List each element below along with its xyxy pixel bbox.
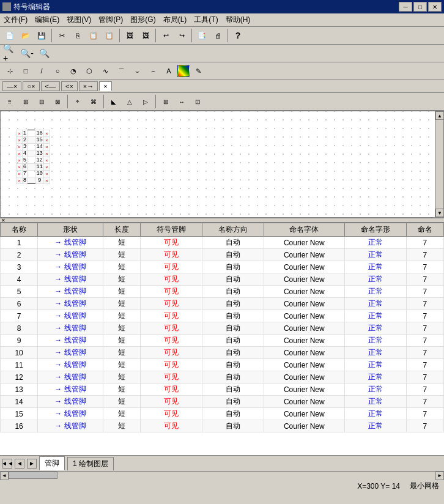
cut-icon[interactable]: ✂ — [54, 28, 69, 43]
table-row[interactable]: 6 → 线管脚 短 可见 自动 Courier New 正常 7 — [1, 298, 444, 310]
copy-icon[interactable]: ⎘ — [70, 28, 85, 43]
tab-btn-3[interactable]: <— — [41, 81, 60, 91]
table-row[interactable]: 2 → 线管脚 短 可见 自动 Courier New 正常 7 — [1, 249, 444, 261]
tab-btn-5[interactable]: ×→ — [79, 81, 98, 91]
h-scroll-track[interactable] — [9, 472, 435, 480]
table-row[interactable]: 9 → 线管脚 短 可见 自动 Courier New 正常 7 — [1, 335, 444, 347]
tab-btn-4[interactable]: <× — [61, 81, 78, 91]
tab-btn-2[interactable]: ○× — [23, 81, 39, 91]
tb2-2[interactable]: ⊞ — [18, 94, 33, 109]
menu-shape[interactable]: 图形(G) — [127, 13, 159, 26]
tab-pin[interactable]: 管脚 — [39, 456, 65, 470]
line-tool[interactable]: / — [34, 64, 49, 78]
scroll-left-button[interactable]: ◄ — [0, 472, 9, 480]
tb2-5[interactable]: ⌖ — [70, 94, 85, 109]
menu-help[interactable]: 帮助(H) — [222, 13, 254, 26]
menu-view[interactable]: 视图(V) — [63, 13, 95, 26]
menu-pin[interactable]: 管脚(P) — [95, 13, 127, 26]
arc-tool[interactable]: ◔ — [66, 64, 81, 78]
select-tool[interactable]: ⊹ — [2, 64, 17, 78]
tb2-9[interactable]: ▷ — [138, 94, 153, 109]
paste-icon[interactable]: 📋 — [86, 28, 101, 43]
table-row[interactable]: 1 → 线管脚 短 可见 自动 Courier New 正常 7 — [1, 237, 444, 249]
h-scroll-thumb[interactable] — [9, 472, 57, 479]
table-row[interactable]: 11 → 线管脚 短 可见 自动 Courier New 正常 7 — [1, 359, 444, 371]
cell-fontshape: 正常 — [344, 261, 406, 273]
zoom-out-icon[interactable]: 🔍- — [20, 46, 34, 61]
scroll-right-button[interactable]: ► — [435, 472, 444, 480]
vertical-scrollbar[interactable]: ▲ ▼ — [435, 111, 443, 217]
close-button[interactable]: ✕ — [428, 2, 442, 12]
tb2-4[interactable]: ⊠ — [50, 94, 65, 109]
table-row[interactable]: 8 → 线管脚 短 可见 自动 Courier New 正常 7 — [1, 322, 444, 335]
cell-length: 短 — [103, 310, 140, 322]
minimize-button[interactable]: ─ — [399, 2, 412, 12]
color-tool[interactable] — [177, 65, 190, 77]
tab-btn-active[interactable]: × — [99, 81, 111, 91]
menu-layout[interactable]: 布局(L) — [160, 13, 191, 26]
cell-font: Courier New — [264, 371, 344, 384]
cell-num: 7 — [406, 273, 443, 286]
nav-leftleft-button[interactable]: ◄◄ — [2, 459, 12, 469]
nav-left-button[interactable]: ◄ — [15, 459, 24, 469]
sep1 — [51, 29, 52, 42]
curve2-tool[interactable]: ⌣ — [130, 64, 144, 78]
tb2-3[interactable]: ⊟ — [34, 94, 49, 109]
cell-font: Courier New — [264, 310, 344, 322]
redo-icon[interactable]: ↪ — [174, 28, 189, 43]
edit-tool[interactable]: ✎ — [191, 64, 205, 78]
ellipse-tool[interactable]: ○ — [50, 64, 65, 78]
poly-tool[interactable]: ⬡ — [82, 64, 97, 78]
curve3-tool[interactable]: ⌢ — [146, 64, 160, 78]
table-row[interactable]: 14 → 线管脚 短 可见 自动 Courier New 正常 7 — [1, 396, 444, 408]
print-icon[interactable]: 🖨 — [210, 28, 225, 43]
table-row[interactable]: 12 → 线管脚 短 可见 自动 Courier New 正常 7 — [1, 371, 444, 384]
cell-dir: 自动 — [202, 249, 264, 261]
image2-icon[interactable]: 🖼 — [138, 28, 153, 43]
table-row[interactable]: 4 → 线管脚 短 可见 自动 Courier New 正常 7 — [1, 273, 444, 286]
table-row[interactable]: 3 → 线管脚 短 可见 自动 Courier New 正常 7 — [1, 261, 444, 273]
help-icon[interactable]: ? — [231, 28, 245, 43]
nav-right-button[interactable]: ► — [27, 459, 37, 469]
menu-edit[interactable]: 编辑(E) — [31, 13, 63, 26]
table-row[interactable]: 10 → 线管脚 短 可见 自动 Courier New 正常 7 — [1, 347, 444, 359]
zoom-in-icon[interactable]: 🔍+ — [2, 46, 17, 61]
bezier-tool[interactable]: ∿ — [98, 64, 113, 78]
tb2-1[interactable]: ≡ — [2, 94, 17, 109]
undo-icon[interactable]: ↩ — [158, 28, 173, 43]
tb2-11[interactable]: ↔ — [174, 94, 189, 109]
text-tool[interactable]: A — [161, 64, 176, 78]
tab-btn-1[interactable]: —× — [2, 81, 21, 91]
tb2-6[interactable]: ⌘ — [86, 94, 101, 109]
table-row[interactable]: 5 → 线管脚 短 可见 自动 Courier New 正常 7 — [1, 286, 444, 298]
paste2-icon[interactable]: 📋 — [102, 28, 117, 43]
maximize-button[interactable]: □ — [413, 2, 427, 12]
doc-icon[interactable]: 📑 — [194, 28, 209, 43]
file-icon[interactable]: 📄 — [2, 28, 17, 43]
table-wrapper[interactable]: 名称 形状 长度 符号管脚 名称方向 命名字体 命名字形 命名 1 → 线管脚 … — [0, 223, 444, 455]
canvas[interactable]: × 1 16 × × 2 15 × × 3 14 — [1, 111, 435, 217]
menu-file[interactable]: 文件(F) — [0, 13, 31, 26]
tb2-7[interactable]: ◣ — [106, 94, 121, 109]
tb2-12[interactable]: ⊡ — [190, 94, 205, 109]
save-icon[interactable]: 💾 — [34, 28, 49, 43]
table-row[interactable]: 13 → 线管脚 短 可见 自动 Courier New 正常 7 — [1, 384, 444, 396]
tab-draw-layer[interactable]: 1 绘制图层 — [67, 457, 114, 470]
scroll-track[interactable] — [435, 120, 443, 209]
cell-dir: 自动 — [202, 420, 264, 432]
panel-divider[interactable]: ✕ — [0, 218, 444, 223]
scroll-down-button[interactable]: ▼ — [435, 209, 444, 217]
menu-tools[interactable]: 工具(T) — [190, 13, 221, 26]
curve1-tool[interactable]: ⌒ — [114, 64, 128, 78]
scroll-up-button[interactable]: ▲ — [435, 111, 444, 120]
table-row[interactable]: 15 → 线管脚 短 可见 自动 Courier New 正常 7 — [1, 408, 444, 420]
table-row[interactable]: 7 → 线管脚 短 可见 自动 Courier New 正常 7 — [1, 310, 444, 322]
table-row[interactable]: 16 → 线管脚 短 可见 自动 Courier New 正常 7 — [1, 420, 444, 432]
zoom-fit-icon[interactable]: 🔍 — [37, 46, 51, 61]
rect-tool[interactable]: □ — [18, 64, 33, 78]
tb2-10[interactable]: ⊞ — [158, 94, 173, 109]
tb2-8[interactable]: △ — [122, 94, 137, 109]
open-icon[interactable]: 📂 — [18, 28, 33, 43]
horizontal-scrollbar[interactable]: ◄ ► — [0, 471, 444, 480]
image-icon[interactable]: 🖼 — [122, 28, 137, 43]
